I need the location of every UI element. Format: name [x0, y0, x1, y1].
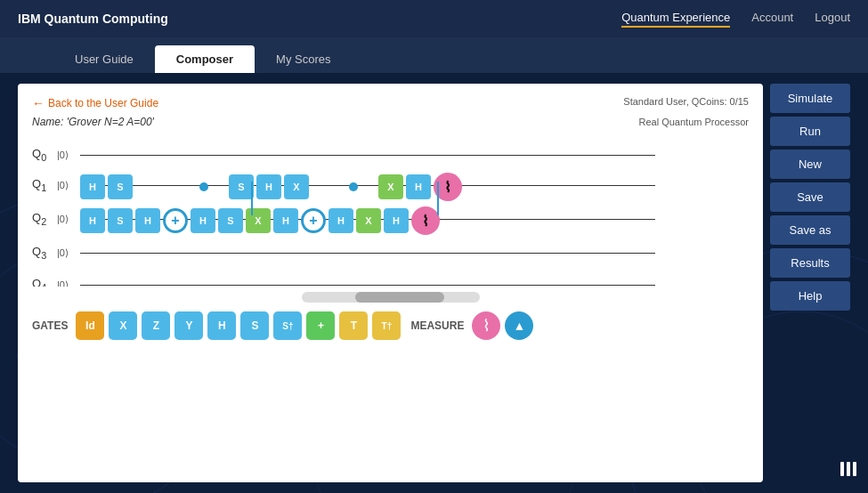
- qubit-label-4: Q4: [32, 277, 57, 287]
- scrollbar-thumb[interactable]: [355, 292, 444, 303]
- qubit-wire-4: [80, 271, 655, 287]
- qubit-wire-3: [80, 238, 655, 267]
- gates-q1: H S S H X: [80, 173, 462, 201]
- gate-x-q1-green[interactable]: X: [378, 174, 403, 199]
- back-link[interactable]: ← Back to the User Guide: [32, 96, 158, 110]
- control-dot-1: [199, 182, 208, 191]
- sidebar-buttons: Simulate Run New Save Save as Results He…: [770, 84, 850, 482]
- palette-gate-h[interactable]: H: [207, 311, 236, 340]
- gate-s-q2-2[interactable]: S: [218, 208, 243, 233]
- gate-h-q2-2[interactable]: H: [135, 208, 160, 233]
- gate-x-q2-green2[interactable]: X: [356, 208, 381, 233]
- qubit-row-4: Q4 |0⟩: [32, 271, 655, 287]
- qubit-state-2: |0⟩: [57, 214, 80, 225]
- gate-s-q1-1[interactable]: S: [108, 174, 133, 199]
- svg-rect-20: [853, 462, 856, 476]
- brand-name: IBM Quantum Computing: [18, 12, 168, 26]
- qubit-wire-0: [80, 141, 655, 169]
- results-button[interactable]: Results: [770, 248, 850, 278]
- gate-s-q2-1[interactable]: S: [108, 208, 133, 233]
- wire-line-0: [80, 155, 655, 156]
- circuit-inner: Q0 |0⟩ Q1 |0⟩ H S: [32, 135, 655, 287]
- nav-account[interactable]: Account: [751, 11, 793, 28]
- palette-gate-sdagger[interactable]: S†: [273, 311, 302, 340]
- palette-gate-t[interactable]: T: [339, 311, 368, 340]
- topnav: IBM Quantum Computing Quantum Experience…: [0, 0, 868, 37]
- cnot-plus-1: +: [171, 214, 179, 228]
- processor-label: Real Quantum Processor: [639, 117, 750, 127]
- qubit-row-0: Q0 |0⟩: [32, 141, 655, 169]
- gate-h-q2-6[interactable]: H: [329, 208, 353, 233]
- gates-palette: GATES Id X Z Y H S S† + T T† MEASURE ⌇ ▲: [32, 311, 749, 340]
- nav-quantum-experience[interactable]: Quantum Experience: [621, 11, 730, 28]
- nav-logout[interactable]: Logout: [815, 11, 850, 28]
- svg-rect-19: [847, 462, 850, 476]
- cnot-target-q2-1[interactable]: +: [163, 208, 188, 233]
- gate-h-q2-1[interactable]: H: [80, 208, 105, 233]
- qubit-row-1: Q1 |0⟩ H S: [32, 171, 655, 199]
- tab-composer[interactable]: Composer: [155, 45, 255, 73]
- back-label: Back to the User Guide: [48, 97, 158, 109]
- qubit-state-3: |0⟩: [57, 247, 80, 259]
- simulate-button[interactable]: Simulate: [770, 84, 850, 113]
- qubit-row-2: Q2 |0⟩ H S H + H: [32, 205, 655, 233]
- gate-h-q1-2[interactable]: H: [256, 174, 281, 199]
- gates-label: GATES: [32, 319, 68, 332]
- gate-h-q2-5[interactable]: H: [273, 208, 298, 233]
- palette-measure-standard[interactable]: ▲: [505, 311, 533, 340]
- qubit-state-1: |0⟩: [57, 180, 80, 191]
- help-button[interactable]: Help: [770, 281, 850, 311]
- cnot-target-q2-2[interactable]: +: [301, 208, 326, 233]
- qubit-label-1: Q1: [32, 177, 57, 193]
- gate-h-q2-3[interactable]: H: [191, 208, 215, 233]
- tabbar: User Guide Composer My Scores: [0, 37, 868, 73]
- gate-h-q1-1[interactable]: H: [80, 174, 105, 199]
- qubit-state-4: |0⟩: [57, 279, 80, 287]
- measure-q1[interactable]: ⌇: [434, 173, 462, 201]
- palette-gate-s[interactable]: S: [240, 311, 269, 340]
- gate-h-q2-7[interactable]: H: [384, 208, 409, 233]
- gate-s-q1-2[interactable]: S: [229, 174, 254, 199]
- qubit-row-3: Q3 |0⟩: [32, 238, 655, 267]
- gate-h-q1-3[interactable]: H: [406, 174, 431, 199]
- scrollbar-track[interactable]: [302, 292, 480, 303]
- composer-header: ← Back to the User Guide Standard User, …: [32, 96, 749, 110]
- palette-gate-tdagger[interactable]: T†: [372, 311, 401, 340]
- save-as-button[interactable]: Save as: [770, 215, 850, 245]
- bottom-right-icon[interactable]: [838, 458, 859, 484]
- brand: IBM Quantum Computing: [18, 12, 168, 26]
- qubit-state-0: |0⟩: [57, 150, 80, 161]
- gates-q2: H S H + H S X H: [80, 206, 440, 235]
- settings-icon: [838, 458, 859, 480]
- scrollbar-area: [32, 292, 749, 303]
- measure-q2[interactable]: ⌇: [411, 206, 440, 235]
- back-arrow-icon: ←: [32, 96, 45, 110]
- circuit-name-row: Name: 'Grover N=2 A=00' Real Quantum Pro…: [32, 116, 749, 128]
- measure-label: MEASURE: [410, 319, 464, 332]
- run-button[interactable]: Run: [770, 117, 850, 146]
- topnav-links: Quantum Experience Account Logout: [621, 11, 850, 28]
- gate-x-q1-1[interactable]: X: [284, 174, 309, 199]
- qubit-label-0: Q0: [32, 147, 57, 163]
- control-q1-2: [341, 174, 366, 199]
- circuit-container[interactable]: Q0 |0⟩ Q1 |0⟩ H S: [32, 135, 749, 287]
- composer-panel: ← Back to the User Guide Standard User, …: [18, 84, 763, 482]
- palette-measure-bloch[interactable]: ⌇: [472, 311, 500, 340]
- control-q1-1: [191, 174, 216, 199]
- wire-line-3: [80, 253, 655, 254]
- palette-gate-x[interactable]: X: [109, 311, 137, 340]
- palette-gate-plus[interactable]: +: [306, 311, 335, 340]
- qubit-wire-2: H S H + H S X H: [80, 205, 655, 233]
- gate-x-q2-green[interactable]: X: [246, 208, 271, 233]
- palette-gate-z[interactable]: Z: [142, 311, 170, 340]
- cnot-plus-2: +: [309, 214, 317, 228]
- svg-rect-18: [840, 462, 844, 476]
- palette-gate-id[interactable]: Id: [76, 311, 104, 340]
- user-info: Standard User, QCoins: 0/15: [623, 96, 749, 107]
- tab-my-scores[interactable]: My Scores: [255, 45, 352, 73]
- new-button[interactable]: New: [770, 150, 850, 179]
- save-button[interactable]: Save: [770, 182, 850, 212]
- tab-user-guide[interactable]: User Guide: [53, 45, 155, 73]
- wire-line-4: [80, 285, 655, 286]
- palette-gate-y[interactable]: Y: [174, 311, 203, 340]
